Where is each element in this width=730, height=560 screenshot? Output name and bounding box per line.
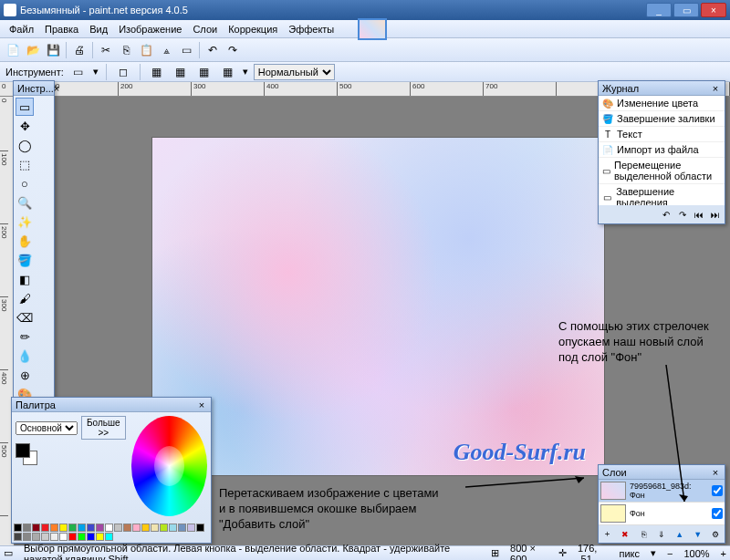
bucket-tool[interactable]: 🪣 bbox=[16, 251, 34, 269]
rect-select-icon[interactable]: ▭ bbox=[69, 63, 88, 81]
deselect-icon[interactable]: ▭ bbox=[177, 41, 195, 59]
delete-layer-icon[interactable]: ✖ bbox=[619, 527, 632, 541]
more-button[interactable]: Больше >> bbox=[81, 416, 126, 440]
crop-icon[interactable]: ⟁ bbox=[157, 41, 175, 59]
history-close-icon[interactable]: × bbox=[710, 83, 721, 94]
color-wheel[interactable] bbox=[131, 416, 207, 516]
history-item[interactable]: ▭Перемещение выделенной области bbox=[599, 158, 725, 184]
color-swatch[interactable] bbox=[16, 443, 37, 465]
swatch[interactable] bbox=[59, 524, 68, 532]
duplicate-layer-icon[interactable]: ⎘ bbox=[637, 527, 651, 541]
history-forward-icon[interactable]: ⏭ bbox=[708, 207, 723, 222]
merge-down-icon[interactable]: ⇓ bbox=[654, 527, 668, 541]
zoom-out-icon[interactable]: − bbox=[667, 548, 673, 559]
rect-select-tool[interactable]: ▭ bbox=[16, 98, 34, 116]
copy-icon[interactable]: ⎘ bbox=[117, 41, 135, 59]
swatch[interactable] bbox=[105, 524, 113, 532]
redo-icon[interactable]: ↷ bbox=[224, 41, 242, 59]
save-icon[interactable]: 💾 bbox=[44, 41, 62, 59]
swatch[interactable] bbox=[105, 533, 113, 541]
swatch[interactable] bbox=[78, 533, 86, 541]
properties-icon[interactable]: ⚙ bbox=[709, 527, 723, 541]
maximize-button[interactable]: ▭ bbox=[673, 3, 699, 17]
history-undo-icon[interactable]: ↶ bbox=[659, 207, 673, 222]
tools-close-icon[interactable]: × bbox=[54, 83, 59, 94]
paste-icon[interactable]: 📋 bbox=[137, 41, 155, 59]
zoom-tool[interactable]: 🔍 bbox=[16, 193, 34, 212]
swatch[interactable] bbox=[68, 524, 77, 532]
selection-add-icon[interactable]: ▦ bbox=[172, 63, 190, 81]
swatch[interactable] bbox=[23, 524, 31, 532]
color-mode-select[interactable]: Основной bbox=[16, 421, 78, 435]
swatch[interactable] bbox=[50, 524, 58, 532]
menu-edit[interactable]: Правка bbox=[39, 22, 84, 36]
swatch[interactable] bbox=[41, 524, 49, 532]
layer-visible-checkbox[interactable] bbox=[712, 485, 723, 496]
menu-adjust[interactable]: Коррекция bbox=[223, 22, 283, 36]
swatch[interactable] bbox=[141, 524, 150, 532]
swatch[interactable] bbox=[151, 524, 159, 532]
swatch[interactable] bbox=[32, 533, 40, 541]
swatch[interactable] bbox=[132, 524, 141, 532]
print-icon[interactable]: 🖨 bbox=[70, 41, 89, 59]
cut-icon[interactable]: ✂ bbox=[97, 41, 115, 59]
lasso-tool[interactable]: ◯ bbox=[16, 136, 34, 154]
eraser-tool[interactable]: ⌫ bbox=[16, 308, 34, 327]
swatch[interactable] bbox=[50, 533, 58, 541]
swatch[interactable] bbox=[78, 524, 86, 532]
menu-layers[interactable]: Слои bbox=[187, 22, 223, 36]
wand-tool[interactable]: ✨ bbox=[16, 213, 34, 231]
history-item[interactable]: 📄Импорт из файла bbox=[599, 142, 725, 158]
layers-close-icon[interactable]: × bbox=[710, 467, 721, 478]
swatch[interactable] bbox=[123, 524, 131, 532]
swatch[interactable] bbox=[96, 533, 104, 541]
selection-sub-icon[interactable]: ▦ bbox=[195, 63, 214, 81]
blend-mode-select[interactable]: Нормальный bbox=[254, 64, 335, 80]
layer-item[interactable]: 79959681_983d:Фон bbox=[599, 480, 725, 503]
history-rewind-icon[interactable]: ⏮ bbox=[692, 207, 706, 222]
menu-view[interactable]: Вид bbox=[84, 22, 113, 36]
swatch[interactable] bbox=[178, 524, 186, 532]
swatch[interactable] bbox=[160, 524, 168, 532]
eyedropper-tool[interactable]: 💧 bbox=[16, 347, 34, 365]
history-item[interactable]: TТекст bbox=[599, 127, 725, 142]
gradient-tool[interactable]: ◧ bbox=[16, 270, 34, 288]
move-tool[interactable]: ✥ bbox=[16, 117, 34, 135]
menu-image[interactable]: Изображение bbox=[113, 22, 187, 36]
history-item[interactable]: 🎨Изменение цвета bbox=[599, 96, 725, 111]
canvas[interactable]: Good-Surf.ru bbox=[151, 137, 605, 476]
swatch[interactable] bbox=[68, 533, 77, 541]
pencil-tool[interactable]: ✏ bbox=[16, 327, 34, 346]
minimize-button[interactable]: _ bbox=[646, 3, 672, 17]
menu-effects[interactable]: Эффекты bbox=[283, 22, 339, 36]
pan-tool[interactable]: ✋ bbox=[16, 232, 34, 250]
swatch[interactable] bbox=[14, 533, 22, 541]
selection-replace-icon[interactable]: ▦ bbox=[148, 63, 166, 81]
swatch[interactable] bbox=[59, 533, 68, 541]
new-icon[interactable]: 📄 bbox=[4, 41, 22, 59]
document-thumbnail[interactable] bbox=[358, 18, 387, 40]
swatch[interactable] bbox=[96, 524, 104, 532]
swatch[interactable] bbox=[41, 533, 49, 541]
move-selection-tool[interactable]: ⬚ bbox=[16, 155, 34, 173]
layer-visible-checkbox[interactable] bbox=[712, 508, 723, 519]
swatch[interactable] bbox=[87, 524, 95, 532]
swatch[interactable] bbox=[23, 533, 31, 541]
zoom-in-icon[interactable]: + bbox=[721, 548, 726, 559]
move-up-icon[interactable]: ▲ bbox=[673, 527, 686, 541]
layer-item[interactable]: Фон bbox=[599, 503, 725, 525]
brush-tool[interactable]: 🖌 bbox=[16, 289, 34, 307]
history-item[interactable]: 🪣Завершение заливки bbox=[599, 111, 725, 127]
undo-icon[interactable]: ↶ bbox=[203, 41, 222, 59]
history-item[interactable]: ▭Завершение выделения bbox=[599, 184, 725, 205]
swatch[interactable] bbox=[32, 524, 40, 532]
clone-tool[interactable]: ⊕ bbox=[16, 366, 34, 384]
menu-file[interactable]: Файл bbox=[4, 22, 39, 36]
palette-close-icon[interactable]: × bbox=[196, 399, 207, 410]
selection-int-icon[interactable]: ▦ bbox=[219, 63, 237, 81]
add-layer-icon[interactable]: ＋ bbox=[600, 527, 614, 541]
shape-mode-icon[interactable]: ◻ bbox=[114, 63, 132, 81]
swatch[interactable] bbox=[196, 524, 204, 532]
open-icon[interactable]: 📂 bbox=[24, 41, 42, 59]
swatch[interactable] bbox=[14, 524, 22, 532]
